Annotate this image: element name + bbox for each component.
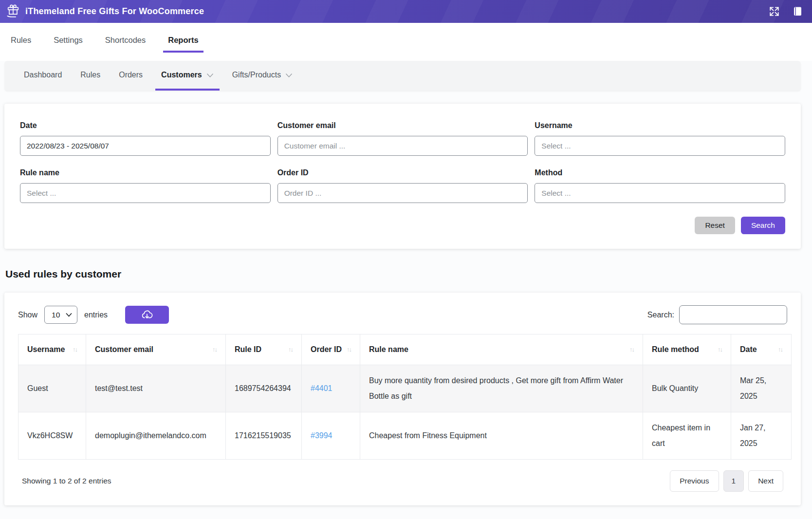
table-search-input[interactable] <box>679 305 787 324</box>
subtab-label: Rules <box>80 71 100 79</box>
previous-page-button[interactable]: Previous <box>670 470 719 492</box>
col-date: Date↑↓ <box>731 334 792 365</box>
order-id-input[interactable] <box>277 183 528 203</box>
app-title: iThemeland Free Gifts For WooCommerce <box>25 6 204 17</box>
entries-select-value: 10 <box>52 311 60 319</box>
sort-icon[interactable]: ↑↓ <box>288 343 293 357</box>
cell-rule-id: 1716215519035 <box>226 412 302 460</box>
cell-order-id: #4401 <box>302 365 360 412</box>
col-rule-name: Rule name↑↓ <box>360 334 643 365</box>
date-range-input[interactable] <box>20 136 271 156</box>
entries-select[interactable]: 10 <box>44 306 77 324</box>
page-1-button[interactable]: 1 <box>723 470 744 492</box>
sort-icon[interactable]: ↑↓ <box>718 343 722 357</box>
chevron-down-icon <box>66 313 72 317</box>
subtab-customers[interactable]: Customers <box>155 61 220 91</box>
table-search-label: Search: <box>647 311 674 319</box>
cell-rule-name: Buy more quantity from desired products … <box>360 365 643 412</box>
order-id-label: Order ID <box>277 168 528 177</box>
report-table-panel: Show 10 entries Search: <box>4 293 801 505</box>
col-username: Username↑↓ <box>18 334 86 365</box>
cell-username: Guest <box>18 365 86 412</box>
documentation-book-icon[interactable] <box>792 6 803 18</box>
username-label: Username <box>535 121 785 130</box>
rule-name-select[interactable] <box>20 183 271 203</box>
username-select[interactable] <box>535 136 785 156</box>
sort-icon[interactable]: ↑↓ <box>778 343 782 357</box>
reset-button[interactable]: Reset <box>695 217 735 234</box>
chevron-down-icon <box>206 73 214 78</box>
entries-summary: Showing 1 to 2 of 2 entries <box>22 477 111 485</box>
fullscreen-icon[interactable] <box>769 6 780 17</box>
page-length-control: Show 10 entries <box>18 306 169 324</box>
cell-customer-email: test@test.test <box>86 365 226 412</box>
subtab-rules[interactable]: Rules <box>74 61 106 91</box>
table-row: Guest test@test.test 1689754264394 #4401… <box>18 365 792 412</box>
subtab-gifts-products[interactable]: Gifts/Products <box>226 61 298 91</box>
subtab-dashboard[interactable]: Dashboard <box>18 61 68 91</box>
app-header: iThemeland Free Gifts For WooCommerce <box>0 0 812 23</box>
subtab-label: Customers <box>161 71 202 79</box>
cell-customer-email: demoplugin@ithemelandco.com <box>86 412 226 460</box>
col-customer-email: Customer email↑↓ <box>86 334 226 365</box>
tab-rules[interactable]: Rules <box>6 34 36 53</box>
pagination: Previous 1 Next <box>670 470 783 492</box>
method-field: Method <box>535 168 785 203</box>
subtab-label: Orders <box>119 71 143 79</box>
col-rule-id: Rule ID↑↓ <box>226 334 302 365</box>
brand: iThemeland Free Gifts For WooCommerce <box>6 3 204 20</box>
cell-date: Jan 27, 2025 <box>731 412 792 460</box>
customer-email-input[interactable] <box>277 136 528 156</box>
method-select[interactable] <box>535 183 785 203</box>
subtab-label: Dashboard <box>24 71 62 79</box>
filter-panel: Date Customer email Username Rule name O… <box>4 104 801 249</box>
cell-rule-method: Bulk Quantity <box>643 365 731 412</box>
next-page-button[interactable]: Next <box>748 470 783 492</box>
tab-reports[interactable]: Reports <box>163 34 203 53</box>
username-field: Username <box>535 121 785 156</box>
cell-rule-method: Cheapest item in cart <box>643 412 731 460</box>
export-button[interactable] <box>125 306 169 324</box>
sort-icon[interactable]: ↑↓ <box>347 343 351 357</box>
tab-settings[interactable]: Settings <box>49 34 88 53</box>
show-label: Show <box>18 311 37 319</box>
col-order-id: Order ID↑↓ <box>302 334 360 365</box>
cell-order-id: #3994 <box>302 412 360 460</box>
date-label: Date <box>20 121 271 130</box>
search-button[interactable]: Search <box>741 217 785 234</box>
tab-shortcodes[interactable]: Shortcodes <box>100 34 150 53</box>
table-row: Vkz6HC8SW demoplugin@ithemelandco.com 17… <box>18 412 792 460</box>
customer-email-label: Customer email <box>277 121 528 130</box>
order-link[interactable]: #4401 <box>311 384 332 392</box>
table-header-row: Username↑↓ Customer email↑↓ Rule ID↑↓ Or… <box>18 334 792 365</box>
table-search-control: Search: <box>647 305 787 324</box>
col-rule-method: Rule method↑↓ <box>643 334 731 365</box>
subtab-label: Gifts/Products <box>232 71 281 79</box>
cell-rule-name: Cheapest from Fitness Equipment <box>360 412 643 460</box>
rule-name-field: Rule name <box>20 168 271 203</box>
topbar-actions <box>769 6 803 18</box>
entries-label: entries <box>84 311 108 319</box>
rule-name-label: Rule name <box>20 168 271 177</box>
gift-icon <box>6 3 20 20</box>
method-label: Method <box>535 168 785 177</box>
sort-icon[interactable]: ↑↓ <box>212 343 217 357</box>
cell-username: Vkz6HC8SW <box>18 412 86 460</box>
order-id-field: Order ID <box>277 168 528 203</box>
cell-date: Mar 25, 2025 <box>731 365 792 412</box>
subtab-orders[interactable]: Orders <box>113 61 148 91</box>
sort-icon[interactable]: ↑↓ <box>73 343 77 357</box>
reports-subnav: Dashboard Rules Orders Customers Gifts/P… <box>4 61 801 91</box>
used-rules-table: Username↑↓ Customer email↑↓ Rule ID↑↓ Or… <box>18 334 792 460</box>
cloud-download-icon <box>141 309 153 321</box>
page-title: Used rules by customer <box>5 268 812 280</box>
chevron-down-icon <box>285 73 293 78</box>
customer-email-field: Customer email <box>277 121 528 156</box>
date-field: Date <box>20 121 271 156</box>
cell-rule-id: 1689754264394 <box>226 365 302 412</box>
main-nav: Rules Settings Shortcodes Reports <box>0 23 812 61</box>
order-link[interactable]: #3994 <box>311 431 332 440</box>
sort-icon[interactable]: ↑↓ <box>629 343 634 357</box>
